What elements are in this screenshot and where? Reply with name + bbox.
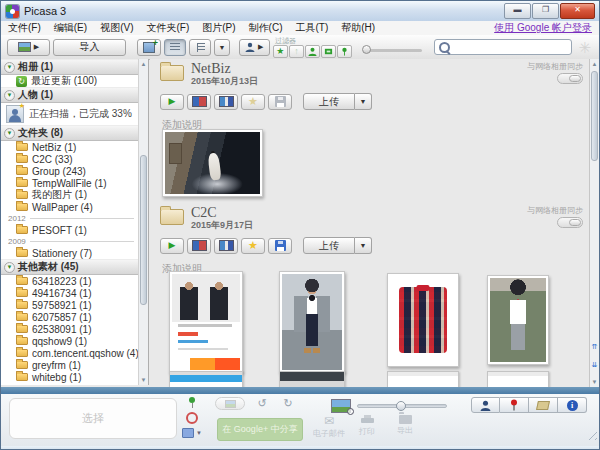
- minimize-button[interactable]: ▬: [504, 3, 531, 19]
- create-collage-button[interactable]: [187, 94, 211, 110]
- thumbnail-plaid-shirt[interactable]: [387, 273, 459, 367]
- view-options-dropdown[interactable]: ▼: [214, 39, 230, 56]
- sidebar-folder-group[interactable]: Group (243): [1, 165, 138, 177]
- sidebar-folder-pesoft[interactable]: PESOFT (1): [1, 224, 138, 236]
- sidebar-header-albums[interactable]: ▼相册 (1): [1, 59, 138, 75]
- play-slideshow-button[interactable]: ▶: [160, 94, 184, 110]
- export-action[interactable]: 导出: [397, 415, 413, 436]
- menu-help[interactable]: 帮助(H): [341, 21, 375, 35]
- add-to-album-button[interactable]: [215, 397, 245, 410]
- main-scrollbar[interactable]: ▲ ⇈ ⇊ ▼: [589, 59, 599, 387]
- sidebar-folder-mypictures[interactable]: 我的图片 (1): [1, 189, 138, 201]
- search-input[interactable]: [454, 41, 567, 53]
- create-collage-button[interactable]: [187, 238, 211, 254]
- create-movie-button[interactable]: [214, 238, 238, 254]
- menu-file[interactable]: 文件(F): [8, 21, 41, 35]
- zoom-slider[interactable]: [357, 404, 447, 408]
- sidebar-folder-59758921[interactable]: 59758921 (1): [1, 299, 138, 311]
- thumbnail-partial-2[interactable]: [279, 371, 345, 387]
- tags-panel-button[interactable]: [529, 397, 558, 413]
- next-album-jump-icon[interactable]: ⇊: [590, 359, 599, 371]
- scroll-down-icon[interactable]: ▼: [590, 377, 599, 387]
- tag-dropdown[interactable]: ▼: [182, 428, 202, 438]
- filter-videos-button[interactable]: [321, 45, 336, 58]
- sidebar-item-recent[interactable]: ↻最近更新 (100): [1, 75, 138, 87]
- sidebar-folder-netbiz[interactable]: NetBiz (1): [1, 141, 138, 153]
- google-share-button[interactable]: 在 Google+ 中分享: [217, 418, 303, 441]
- close-button[interactable]: ✕: [560, 3, 595, 19]
- sidebar-scrollbar[interactable]: ▲ ▼: [138, 59, 148, 385]
- create-movie-button[interactable]: [214, 94, 238, 110]
- sidebar-folder-stationery[interactable]: Stationery (7): [1, 247, 138, 259]
- menu-picture[interactable]: 图片(P): [202, 21, 235, 35]
- play-slideshow-button[interactable]: ▶: [160, 238, 184, 254]
- collapse-icon[interactable]: ▼: [4, 128, 15, 139]
- email-action[interactable]: ✉ 电子邮件: [313, 415, 345, 439]
- thumbnail-partial-4[interactable]: [487, 371, 549, 387]
- slider-knob[interactable]: [362, 45, 371, 54]
- menu-tools[interactable]: 工具(T): [295, 21, 328, 35]
- rotate-right-button[interactable]: ↻: [277, 396, 299, 410]
- scroll-down-icon[interactable]: ▼: [139, 375, 148, 385]
- sidebar-folder-whitebg[interactable]: whitebg (1): [1, 371, 138, 383]
- sidebar-folder-greyfrm[interactable]: greyfrm (1): [1, 359, 138, 371]
- sidebar-scrollbar-thumb[interactable]: [140, 155, 147, 305]
- filter-geotagged-button[interactable]: [337, 45, 352, 58]
- upload-button[interactable]: 上传: [303, 93, 355, 110]
- filter-date-slider[interactable]: [363, 49, 423, 52]
- filter-uploaded-button[interactable]: ↑: [289, 45, 304, 58]
- menu-create[interactable]: 制作(C): [249, 21, 283, 35]
- people-scan-row[interactable]: ★ 正在扫描，已完成 33%: [1, 103, 138, 125]
- collapse-icon[interactable]: ▼: [4, 262, 15, 273]
- sidebar-folder-qqshow[interactable]: com.tencent.qqshow (4): [1, 347, 138, 359]
- thumbnail-taobao-screenshot[interactable]: [169, 271, 243, 373]
- menu-edit[interactable]: 编辑(E): [54, 21, 87, 35]
- sidebar-folder-62538091[interactable]: 62538091 (1): [1, 323, 138, 335]
- thumbnail-partial-1[interactable]: [169, 371, 243, 387]
- sidebar-folder-63418223[interactable]: 63418223 (1): [1, 275, 138, 287]
- upload-dropdown[interactable]: ▼: [355, 93, 372, 110]
- main-scrollbar-thumb[interactable]: [591, 71, 598, 161]
- print-action[interactable]: 打印: [359, 415, 375, 437]
- save-button[interactable]: [268, 238, 292, 254]
- thumbnail-boy-couch[interactable]: [487, 275, 549, 365]
- upload-button[interactable]: 上传: [303, 237, 355, 254]
- zoom-slider-knob[interactable]: [396, 401, 406, 411]
- scroll-up-icon[interactable]: ▲: [139, 59, 148, 69]
- resize-grip[interactable]: [585, 428, 597, 440]
- hold-pin-icon[interactable]: [188, 397, 197, 408]
- people-panel-button[interactable]: [471, 397, 500, 413]
- save-button[interactable]: [268, 94, 292, 110]
- thumbnail-partial-3[interactable]: [387, 371, 459, 387]
- people-view-button[interactable]: ▶: [239, 39, 270, 56]
- scroll-up-icon[interactable]: ▲: [590, 59, 599, 69]
- menu-view[interactable]: 视图(V): [100, 21, 133, 35]
- filter-starred-button[interactable]: ★: [273, 45, 288, 58]
- sidebar-folder-wallpaper[interactable]: WallPaper (4): [1, 201, 138, 213]
- thumbnail-toddler-photo[interactable]: [279, 271, 345, 373]
- sync-toggle[interactable]: [557, 217, 583, 228]
- upload-dropdown[interactable]: ▼: [355, 237, 372, 254]
- photo-tray[interactable]: 选择: [9, 398, 177, 439]
- star-button[interactable]: ★: [241, 238, 265, 254]
- sidebar-header-people[interactable]: ▼人物 (1): [1, 87, 138, 103]
- collapse-icon[interactable]: ▼: [4, 62, 15, 73]
- clear-tray-icon[interactable]: [186, 412, 198, 424]
- library-view-button[interactable]: ▶: [7, 39, 50, 56]
- sync-toggle[interactable]: [557, 73, 583, 84]
- album-title[interactable]: C2C: [191, 205, 253, 220]
- prev-album-jump-icon[interactable]: ⇈: [590, 341, 599, 353]
- maximize-button[interactable]: ❐: [532, 3, 559, 19]
- title-bar[interactable]: Picasa 3 ▬ ❐ ✕: [1, 1, 599, 22]
- properties-panel-button[interactable]: i: [558, 397, 587, 413]
- tree-view-button[interactable]: [189, 39, 211, 56]
- sidebar-folder-c2c[interactable]: C2C (33): [1, 153, 138, 165]
- flat-view-button[interactable]: [164, 39, 186, 56]
- sidebar-folder-62075857[interactable]: 62075857 (1): [1, 311, 138, 323]
- collapse-icon[interactable]: ▼: [4, 90, 15, 101]
- places-panel-button[interactable]: [500, 397, 529, 413]
- google-login-link[interactable]: 使用 Google 帐户登录: [494, 21, 592, 35]
- new-album-button[interactable]: [137, 39, 161, 56]
- sidebar-header-folders[interactable]: ▼文件夹 (8): [1, 125, 138, 141]
- thumbnail-train-photo[interactable]: [162, 129, 263, 197]
